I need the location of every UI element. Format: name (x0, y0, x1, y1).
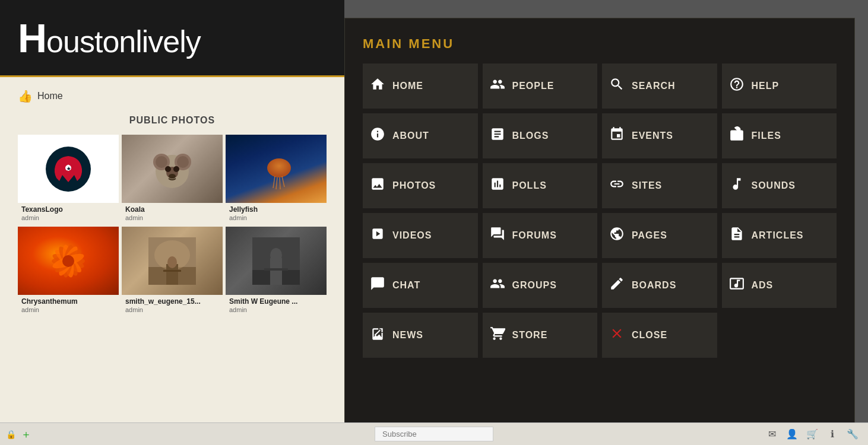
menu-btn-label-people: PEOPLE (512, 81, 555, 91)
pages-icon (609, 226, 625, 245)
svg-point-13 (169, 174, 176, 179)
menu-btn-events[interactable]: EVENTS (602, 113, 717, 158)
menu-btn-news[interactable]: NEWS (363, 313, 478, 358)
photo-item-smith-eugeune[interactable]: Smith W Eugeune ... admin (226, 227, 327, 316)
plus-icon[interactable]: ＋ (21, 427, 31, 441)
ads-icon (729, 276, 745, 295)
videos-icon (370, 226, 385, 245)
svg-point-11 (165, 166, 171, 172)
photo-item-smith-eugene[interactable]: smith_w_eugene_15... admin (122, 227, 223, 316)
menu-btn-close[interactable]: CLOSE (602, 313, 717, 358)
menu-btn-articles[interactable]: ARTICLES (722, 213, 837, 258)
menu-btn-label-close: CLOSE (632, 330, 667, 341)
svg-point-9 (177, 156, 189, 168)
menu-grid: HOMEPEOPLESEARCHHELPABOUTBLOGSEVENTSFILE… (363, 63, 837, 358)
svg-rect-39 (264, 268, 288, 271)
photo-sublabel-koala: admin (122, 214, 223, 224)
groups-icon (490, 276, 505, 295)
menu-btn-label-pages: PAGES (632, 230, 667, 241)
menu-btn-blogs[interactable]: BLOGS (483, 113, 598, 158)
menu-btn-help[interactable]: HELP (722, 63, 837, 109)
smith-svg (148, 237, 196, 285)
home-label: Home (37, 91, 63, 101)
photo-item-chrysanthemum[interactable]: Chrysanthemum admin (18, 227, 119, 316)
photo-item-texanslogo[interactable]: ★ TexansLogo admin (18, 135, 119, 224)
menu-btn-label-polls: POLLS (512, 180, 547, 191)
bottom-right: ✉ 👤 🛒 ℹ 🔧 (762, 426, 868, 443)
menu-btn-sites[interactable]: SITES (602, 163, 717, 208)
menu-btn-photos[interactable]: PHOTOS (363, 163, 478, 208)
menu-btn-home[interactable]: HOME (363, 63, 478, 109)
menu-btn-label-chat: CHAT (392, 280, 420, 291)
chat-icon (370, 276, 385, 295)
menu-btn-forums[interactable]: FORUMS (483, 213, 598, 258)
photo-thumb-texanslogo: ★ (18, 135, 119, 203)
mail-icon-button[interactable]: ✉ (762, 426, 781, 443)
menu-btn-label-boards: BOARDS (632, 280, 676, 291)
home-link[interactable]: 👍 Home (18, 89, 327, 103)
home-icon (370, 77, 385, 96)
photo-label-chrysanthemum: Chrysanthemum (18, 295, 119, 306)
menu-btn-people[interactable]: PEOPLE (483, 63, 598, 109)
photo-sublabel-smith-eugeune: admin (226, 306, 327, 316)
blogs-icon (490, 126, 505, 145)
photo-label-koala: Koala (122, 203, 223, 214)
menu-btn-label-news: NEWS (392, 330, 423, 341)
menu-btn-label-videos: VIDEOS (392, 230, 432, 241)
photo-sublabel-smith-w: admin (122, 306, 223, 316)
chrysanthemum-svg (45, 237, 92, 285)
menu-btn-search[interactable]: SEARCH (602, 63, 717, 109)
photo-thumb-jellyfish (226, 135, 327, 203)
menu-btn-files[interactable]: FILES (722, 113, 837, 158)
photo-sublabel-chrysanthemum: admin (18, 306, 119, 316)
photo-label-smith-w: smith_w_eugene_15... (122, 295, 223, 306)
svg-rect-34 (163, 270, 181, 272)
about-icon (370, 126, 385, 145)
menu-btn-pages[interactable]: PAGES (602, 213, 717, 258)
settings-icon-button[interactable]: 🔧 (843, 426, 862, 443)
menu-btn-chat[interactable]: CHAT (363, 263, 478, 308)
bottom-left: 🔒 ＋ (0, 427, 37, 441)
menu-btn-label-events: EVENTS (632, 131, 673, 141)
photo-item-jellyfish[interactable]: Jellyfish admin (226, 135, 327, 224)
help-icon (729, 77, 745, 96)
subscribe-input[interactable] (375, 427, 493, 441)
svg-line-15 (273, 176, 275, 188)
svg-point-8 (156, 156, 167, 168)
close-icon (609, 326, 625, 345)
news-icon (370, 326, 385, 345)
menu-btn-videos[interactable]: VIDEOS (363, 213, 478, 258)
info-icon-button[interactable]: ℹ (823, 426, 842, 443)
menu-btn-store[interactable]: STORE (483, 313, 598, 358)
menu-btn-sounds[interactable]: SOUNDS (722, 163, 837, 208)
user-icon-button[interactable]: 👤 (783, 426, 802, 443)
sounds-icon (729, 176, 745, 195)
photo-item-koala[interactable]: Koala admin (122, 135, 223, 224)
menu-btn-polls[interactable]: POLLS (483, 163, 598, 208)
menu-btn-label-sites: SITES (632, 180, 662, 191)
menu-overlay: MAIN MENU HOMEPEOPLESEARCHHELPABOUTBLOGS… (344, 18, 855, 439)
menu-btn-ads[interactable]: ADS (722, 263, 837, 308)
menu-btn-boards[interactable]: BOARDS (602, 263, 717, 308)
menu-btn-groups[interactable]: GROUPS (483, 263, 598, 308)
menu-btn-label-help: HELP (752, 81, 780, 91)
cart-icon-button[interactable]: 🛒 (803, 426, 822, 443)
menu-btn-label-groups: GROUPS (512, 280, 557, 291)
site-header: Houstonlively (0, 0, 344, 77)
menu-btn-label-home: HOME (392, 81, 423, 91)
photo-sublabel-texanslogo: admin (18, 214, 119, 224)
boards-icon (609, 276, 625, 295)
svg-point-38 (270, 248, 282, 262)
search-icon (609, 77, 625, 96)
photo-thumb-chrysanthemum (18, 227, 119, 295)
jellyfish-svg (252, 145, 300, 193)
menu-btn-label-blogs: BLOGS (512, 131, 549, 141)
koala-svg (148, 145, 196, 193)
photo-label-jellyfish: Jellyfish (226, 203, 327, 214)
svg-text:★: ★ (66, 166, 71, 171)
left-content: 👍 Home PUBLIC PHOTOS ★ (0, 77, 344, 445)
files-icon (729, 126, 745, 145)
menu-btn-about[interactable]: ABOUT (363, 113, 478, 158)
menu-btn-label-store: STORE (512, 330, 548, 341)
lock-icon: 🔒 (6, 430, 16, 439)
